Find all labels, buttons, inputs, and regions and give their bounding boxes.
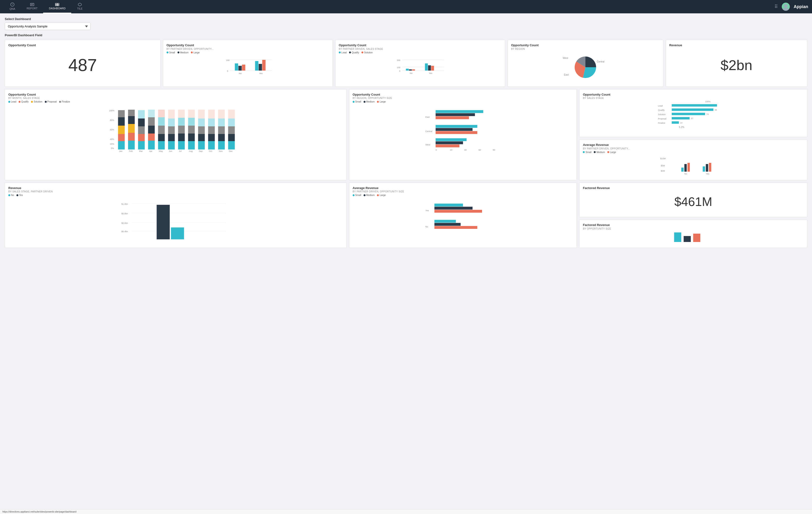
svg-rect-54: [128, 124, 135, 133]
svg-text:East: East: [425, 116, 430, 118]
svg-text:$0.4bn: $0.4bn: [121, 230, 128, 233]
svg-text:Mar: Mar: [139, 150, 143, 152]
card-revenue-sales-stage-title: Revenue: [8, 186, 343, 190]
svg-text:Yes: Yes: [259, 72, 263, 75]
svg-rect-76: [168, 110, 175, 118]
legend-item-large: Large: [191, 51, 200, 54]
svg-text:Yes: Yes: [425, 209, 429, 212]
card-opp-partner: Opportunity Count BY PARTNER DRIVEN, OPP…: [163, 40, 333, 87]
card-factored-revenue: Factored Revenue $461M: [579, 183, 807, 217]
nav-label-dashboard: DASHBOARD: [49, 7, 65, 10]
dashboard-select[interactable]: Opportunity Analysis Sample: [5, 23, 90, 30]
svg-text:No: No: [410, 72, 412, 74]
svg-rect-177: [434, 210, 482, 213]
svg-text:60%: 60%: [110, 129, 114, 131]
svg-rect-179: [434, 220, 456, 223]
svg-rect-156: [682, 168, 684, 172]
svg-text:$0.6bn: $0.6bn: [121, 222, 128, 224]
svg-rect-55: [128, 116, 135, 124]
svg-rect-65: [148, 117, 155, 126]
nav-item-tile[interactable]: TILE: [71, 0, 88, 13]
card-opp-region-size-title: Opportunity Count: [353, 93, 574, 97]
svg-rect-103: [228, 134, 235, 141]
svg-text:$0.8bn: $0.8bn: [121, 212, 128, 215]
card-opp-sales-stage-title: Opportunity Count: [339, 44, 501, 47]
svg-rect-172: [156, 205, 170, 239]
legend-avg-revenue: Small Medium Large: [583, 151, 804, 154]
svg-rect-17: [238, 66, 241, 71]
svg-text:200: 200: [397, 59, 400, 61]
legend-item-small: Small: [167, 51, 175, 54]
nav-item-qna[interactable]: ? QNA: [4, 0, 21, 13]
card-opp-month: Opportunity Count BY MONTH, SALES STAGE …: [5, 89, 347, 180]
svg-rect-175: [434, 204, 463, 207]
svg-text:No: No: [239, 72, 241, 75]
chart-region-size: East Central West 0 20 40 60 80: [353, 105, 574, 177]
svg-rect-102: [228, 141, 235, 150]
svg-rect-8: [57, 5, 59, 6]
card-avg-revenue-partner: Average Revenue BY PARTNER DRIVEN, OPPOR…: [349, 183, 577, 248]
svg-rect-63: [148, 134, 155, 141]
nav-item-dashboard[interactable]: DASHBOARD: [43, 0, 71, 13]
svg-rect-32: [412, 70, 415, 71]
chart-opp-month: 100% 80% 60% 40% 20% 0%: [8, 105, 343, 177]
svg-text:Yes: Yes: [429, 72, 432, 74]
card-opp-sales-stage-subtitle: BY PARTNER DRIVEN, SALES STAGE: [339, 48, 501, 50]
svg-rect-105: [228, 118, 235, 126]
svg-text:0%: 0%: [111, 147, 114, 150]
svg-text:West: West: [425, 143, 430, 146]
row2-grid: Opportunity Count BY MONTH, SALES STAGE …: [5, 89, 807, 180]
apps-icon[interactable]: ⠿: [774, 4, 778, 9]
svg-rect-176: [434, 207, 472, 210]
card-revenue: Revenue $2bn: [666, 40, 807, 87]
svg-text:0: 0: [227, 70, 228, 72]
card-factored-revenue-title: Factored Revenue: [583, 186, 804, 190]
svg-rect-5: [56, 3, 57, 4]
svg-rect-83: [188, 134, 195, 141]
svg-rect-33: [425, 63, 428, 71]
svg-rect-183: [684, 236, 691, 242]
svg-rect-60: [138, 118, 145, 126]
svg-text:40%: 40%: [110, 138, 114, 140]
svg-text:Sep: Sep: [199, 150, 203, 152]
svg-text:$0M: $0M: [661, 170, 665, 172]
svg-text:100: 100: [397, 66, 400, 69]
svg-text:80: 80: [493, 149, 495, 151]
chart-revenue-sales: $1.0bn $0.8bn $0.6bn $0.4bn: [8, 199, 343, 244]
svg-rect-101: [218, 110, 225, 118]
svg-marker-9: [78, 3, 81, 6]
legend-item-solution: Solution: [361, 51, 373, 54]
svg-text:Aug: Aug: [189, 150, 193, 152]
svg-text:West: West: [563, 57, 568, 59]
card-avg-revenue-title: Average Revenue: [583, 143, 804, 147]
svg-rect-128: [436, 113, 475, 116]
chart-sales-stage: 200 100 0 No Yes: [339, 56, 501, 83]
svg-rect-99: [218, 126, 225, 134]
svg-rect-79: [178, 126, 185, 134]
svg-text:Central: Central: [425, 130, 432, 133]
avatar[interactable]: [782, 3, 790, 11]
svg-rect-56: [128, 110, 135, 116]
card-opp-count-single-title: Opportunity Count: [8, 44, 157, 47]
svg-text:Yes: Yes: [706, 172, 709, 175]
svg-rect-144: [672, 113, 705, 115]
card-factored-revenue-opp-subtitle: BY OPPORTUNITY SIZE: [583, 227, 804, 230]
svg-rect-129: [436, 116, 469, 119]
svg-text:Solution: Solution: [658, 113, 666, 116]
svg-text:$1.0bn: $1.0bn: [121, 203, 128, 205]
nav-right: ⠿ Appian: [774, 3, 808, 11]
right-stack-row3: Factored Revenue $461M Factored Revenue …: [579, 183, 807, 248]
svg-rect-35: [431, 66, 434, 71]
legend-revenue-sales: No Yes: [8, 194, 343, 196]
svg-rect-133: [436, 138, 466, 141]
row1-grid: Opportunity Count 487 Opportunity Count …: [5, 40, 807, 87]
svg-rect-6: [57, 3, 59, 4]
svg-rect-90: [198, 118, 205, 126]
svg-rect-34: [428, 65, 431, 71]
svg-rect-7: [56, 5, 57, 6]
svg-rect-16: [235, 63, 238, 71]
svg-text:Oct: Oct: [209, 150, 212, 152]
card-opp-region: Opportunity Count BY REGION West Central…: [508, 40, 663, 87]
nav-item-report[interactable]: REPORT: [21, 0, 44, 13]
svg-rect-81: [178, 110, 185, 118]
